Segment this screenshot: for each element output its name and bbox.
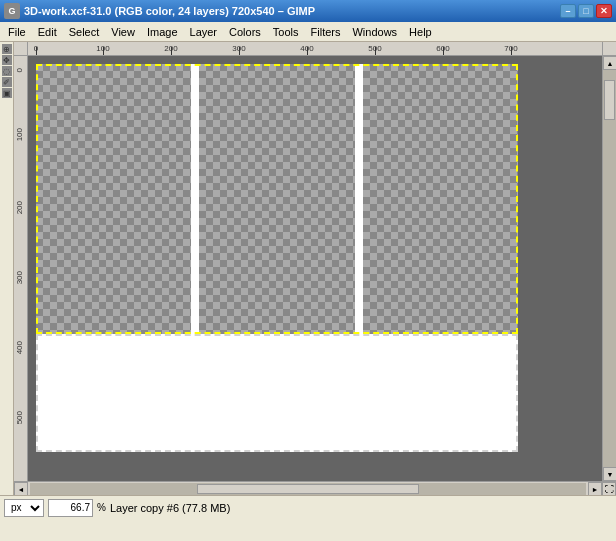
ruler-v-label-200: 200	[15, 201, 24, 214]
white-area-bottom	[36, 334, 518, 452]
ruler-top-row: 0 100 200 300 400 500 600 700	[14, 42, 616, 56]
title-bar: G 3D-work.xcf-31.0 (RGB color, 24 layers…	[0, 0, 616, 22]
menu-colors[interactable]: Colors	[223, 24, 267, 40]
toolbox: ⊕ ✥ ◌ ✐ ▣	[0, 42, 14, 495]
menu-layer[interactable]: Layer	[184, 24, 224, 40]
bottom-scrollbar: ◄ ► ⛶	[14, 481, 616, 495]
checker-panel-center	[199, 64, 354, 334]
ruler-v-label-400: 400	[15, 341, 24, 354]
canvas-container[interactable]	[28, 56, 602, 481]
canvas-area-outer: 0 100 200 300 400 500 600 700	[14, 42, 616, 495]
scrollbar-up-button[interactable]: ▲	[603, 56, 616, 70]
ruler-v-label-500: 500	[15, 411, 24, 424]
ruler-v-label-300: 300	[15, 271, 24, 284]
unit-select[interactable]: px in cm	[4, 499, 44, 517]
menu-tools[interactable]: Tools	[267, 24, 305, 40]
close-button[interactable]: ✕	[596, 4, 612, 18]
minimize-button[interactable]: –	[560, 4, 576, 18]
zoom-fit-button[interactable]: ⛶	[602, 482, 616, 495]
toolbox-item[interactable]: ⊕	[2, 44, 12, 54]
menu-select[interactable]: Select	[63, 24, 106, 40]
ruler-vertical: 0 100 200 300 400 500	[14, 56, 28, 481]
window-title: 3D-work.xcf-31.0 (RGB color, 24 layers) …	[24, 5, 315, 17]
ruler-tick	[307, 47, 308, 55]
toolbox-item[interactable]: ▣	[2, 88, 12, 98]
ruler-v-label-100: 100	[15, 128, 24, 141]
menu-windows[interactable]: Windows	[346, 24, 403, 40]
ruler-top-right-corner	[602, 42, 616, 56]
menu-filters[interactable]: Filters	[305, 24, 347, 40]
scrollbar-down-button[interactable]: ▼	[603, 467, 616, 481]
scrollbar-v-track[interactable]	[603, 70, 616, 467]
ruler-tick	[36, 47, 37, 55]
menu-bar: File Edit Select View Image Layer Colors…	[0, 22, 616, 42]
layer-info: Layer copy #6 (77.8 MB)	[110, 502, 230, 514]
ruler-corner	[14, 42, 28, 56]
ruler-horizontal: 0 100 200 300 400 500 600 700	[28, 42, 602, 56]
zoom-percent-label: %	[97, 502, 106, 513]
ruler-and-canvas: 0 100 200 300 400 500	[14, 56, 616, 481]
ruler-tick	[511, 47, 512, 55]
zoom-input[interactable]	[48, 499, 93, 517]
title-bar-controls[interactable]: – □ ✕	[560, 4, 612, 18]
scrollbar-vertical[interactable]: ▲ ▼	[602, 56, 616, 481]
scrollbar-horizontal[interactable]	[28, 482, 588, 495]
scrollbar-left-button[interactable]: ◄	[14, 482, 28, 495]
scrollbar-h-track[interactable]	[30, 483, 586, 495]
menu-image[interactable]: Image	[141, 24, 184, 40]
checker-panel-right	[363, 64, 518, 334]
toolbox-item[interactable]: ✥	[2, 55, 12, 65]
app-icon: G	[4, 3, 20, 19]
menu-edit[interactable]: Edit	[32, 24, 63, 40]
ruler-v-label-0: 0	[15, 68, 24, 72]
toolbox-item[interactable]: ◌	[2, 66, 12, 76]
ruler-tick	[375, 47, 376, 55]
title-bar-left: G 3D-work.xcf-31.0 (RGB color, 24 layers…	[4, 3, 315, 19]
menu-help[interactable]: Help	[403, 24, 438, 40]
scrollbar-h-thumb[interactable]	[197, 484, 419, 494]
menu-file[interactable]: File	[2, 24, 32, 40]
ruler-tick	[239, 47, 240, 55]
checker-panels	[36, 64, 518, 334]
scrollbar-right-button[interactable]: ►	[588, 482, 602, 495]
ruler-tick	[171, 47, 172, 55]
ruler-tick	[103, 47, 104, 55]
toolbox-item[interactable]: ✐	[2, 77, 12, 87]
menu-view[interactable]: View	[105, 24, 141, 40]
checker-panel-left	[36, 64, 191, 334]
ruler-tick	[443, 47, 444, 55]
maximize-button[interactable]: □	[578, 4, 594, 18]
main-area: ⊕ ✥ ◌ ✐ ▣ 0 100 200 300 400	[0, 42, 616, 495]
scrollbar-v-thumb[interactable]	[604, 80, 615, 120]
status-bar: px in cm % Layer copy #6 (77.8 MB)	[0, 495, 616, 519]
